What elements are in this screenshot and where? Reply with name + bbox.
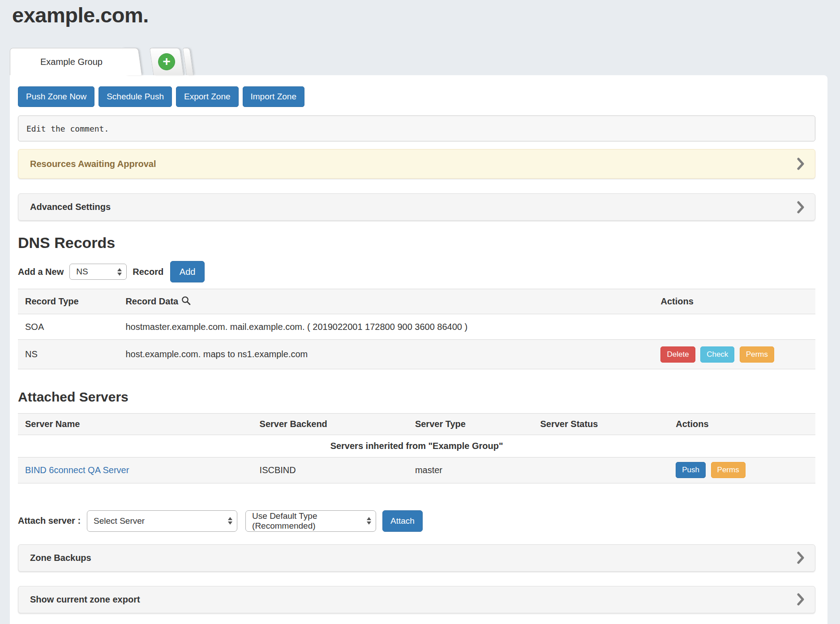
plus-icon: + <box>158 53 175 70</box>
zone-toolbar: Push Zone Now Schedule Push Export Zone … <box>18 86 815 107</box>
zone-comment-input[interactable]: Edit the comment. <box>18 115 815 141</box>
accordion-resources-awaiting-approval[interactable]: Resources Awaiting Approval <box>18 149 815 179</box>
add-group-tab-button[interactable]: + <box>150 48 184 75</box>
tab-example-group-label: Example Group <box>40 57 103 67</box>
export-zone-button[interactable]: Export Zone <box>176 86 239 107</box>
record-data-cell: host.example.com. maps to ns1.example.co… <box>118 340 653 369</box>
add-record-row: Add a New NS Record Add <box>18 261 815 282</box>
attach-server-label: Attach server : <box>18 516 81 526</box>
server-backend-cell: ISCBIND <box>253 457 408 483</box>
record-type-cell: SOA <box>18 314 118 340</box>
record-data-cell: hostmaster.example.com. mail.example.com… <box>118 314 653 340</box>
add-record-prefix-label: Add a New <box>18 267 64 277</box>
record-type-cell: NS <box>18 340 118 369</box>
add-record-button[interactable]: Add <box>170 261 205 282</box>
tab-example-group[interactable]: Example Group <box>10 48 133 75</box>
chevron-right-icon <box>797 551 804 564</box>
accordion-approval-label: Resources Awaiting Approval <box>30 159 156 169</box>
zone-content-panel: Push Zone Now Schedule Push Export Zone … <box>10 75 827 624</box>
import-zone-button[interactable]: Import Zone <box>243 86 304 107</box>
col-server-type: Server Type <box>408 413 533 435</box>
check-record-button[interactable]: Check <box>700 346 734 363</box>
servers-inherited-label: Servers inherited from "Example Group" <box>18 435 815 457</box>
dns-records-heading: DNS Records <box>18 234 815 251</box>
search-icon[interactable] <box>181 296 191 308</box>
dns-zone-page: example.com. Example Group + Push Zone N… <box>0 0 840 624</box>
dns-records-table: Record Type Record Data Actions SOA <box>18 289 815 369</box>
chevron-right-icon <box>797 158 804 170</box>
attached-servers-table: Server Name Server Backend Server Type S… <box>18 413 815 483</box>
push-zone-now-button[interactable]: Push Zone Now <box>18 86 94 107</box>
tab-edge-decoration <box>183 48 194 75</box>
select-arrows-icon <box>228 517 232 525</box>
accordion-backups-label: Zone Backups <box>30 553 91 563</box>
attach-type-select[interactable]: Use Default Type (Recommended) <box>245 510 376 532</box>
dns-record-row-ns: NS host.example.com. maps to ns1.example… <box>18 340 815 369</box>
col-server-status: Server Status <box>533 413 669 435</box>
server-table-header-row: Server Name Server Backend Server Type S… <box>18 413 815 435</box>
dns-table-header-row: Record Type Record Data Actions <box>18 289 815 314</box>
attach-button[interactable]: Attach <box>382 510 423 532</box>
accordion-advanced-settings[interactable]: Advanced Settings <box>18 193 815 221</box>
server-status-cell <box>533 457 669 483</box>
chevron-right-icon <box>797 201 804 214</box>
record-actions-cell: Delete Check Perms <box>653 340 815 369</box>
push-server-button[interactable]: Push <box>676 462 706 478</box>
attach-server-select-value: Select Server <box>94 516 145 526</box>
server-name-cell: BIND 6connect QA Server <box>18 457 253 483</box>
server-row: BIND 6connect QA Server ISCBIND master P… <box>18 457 815 483</box>
attached-servers-heading: Attached Servers <box>18 389 815 405</box>
zone-comment-text: Edit the comment. <box>26 124 109 133</box>
server-type-cell: master <box>408 457 533 483</box>
record-type-select-value: NS <box>76 267 88 277</box>
accordion-export-label: Show current zone export <box>30 594 140 605</box>
dns-record-row-soa: SOA hostmaster.example.com. mail.example… <box>18 314 815 340</box>
record-actions-cell <box>653 314 815 340</box>
server-actions-cell: Push Perms <box>669 457 815 483</box>
add-record-suffix-label: Record <box>133 267 163 277</box>
schedule-push-button[interactable]: Schedule Push <box>99 86 172 107</box>
col-server-actions: Actions <box>669 413 815 435</box>
chevron-right-icon <box>797 593 804 606</box>
accordion-zone-backups[interactable]: Zone Backups <box>18 544 815 572</box>
perms-server-button[interactable]: Perms <box>711 462 746 478</box>
page-title: example.com. <box>12 3 149 27</box>
delete-record-button[interactable]: Delete <box>660 346 695 363</box>
col-server-name: Server Name <box>18 413 253 435</box>
record-type-select[interactable]: NS <box>69 264 127 280</box>
col-actions: Actions <box>653 289 815 314</box>
server-name-link[interactable]: BIND 6connect QA Server <box>25 465 129 475</box>
col-record-data: Record Data <box>118 289 653 314</box>
col-server-backend: Server Backend <box>253 413 408 435</box>
perms-record-button[interactable]: Perms <box>740 346 774 363</box>
accordion-show-zone-export[interactable]: Show current zone export <box>18 586 815 613</box>
col-record-data-label: Record Data <box>125 296 178 307</box>
select-arrows-icon <box>367 517 371 525</box>
attach-server-select[interactable]: Select Server <box>87 510 237 532</box>
col-record-type: Record Type <box>18 289 118 314</box>
attach-server-row: Attach server : Select Server Use Defaul… <box>18 510 815 532</box>
attach-type-select-value: Use Default Type (Recommended) <box>252 511 363 531</box>
select-arrows-icon <box>117 268 122 276</box>
accordion-advanced-label: Advanced Settings <box>30 202 111 212</box>
servers-inherited-row: Servers inherited from "Example Group" <box>18 435 815 457</box>
